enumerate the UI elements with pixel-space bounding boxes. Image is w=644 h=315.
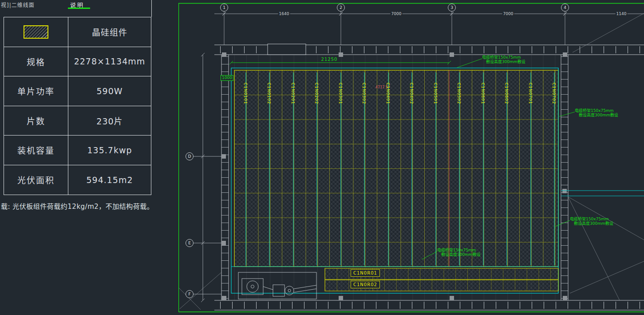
- spec-value-cell: 135.7kwp: [68, 136, 151, 165]
- spec-row: 晶硅组件: [4, 17, 151, 47]
- spec-row: 装机容量135.7kwp: [4, 136, 151, 165]
- spec-value-cell: 230片: [68, 106, 151, 136]
- cad-workspace: { "app": { "corner_label": "视]|二维线面", "t…: [0, 0, 644, 315]
- spec-label-cell: 光伏面积: [4, 165, 68, 195]
- left-wall: [221, 55, 229, 300]
- roof-opening: [268, 44, 306, 55]
- left-dimension-chain: [201, 53, 205, 302]
- exit-tray-lines: [561, 191, 644, 196]
- tab-underline: [68, 8, 90, 9]
- spec-label-cell: 单片功率: [4, 76, 68, 106]
- spec-row: 片数230片: [4, 106, 151, 136]
- axis-lines: [222, 12, 567, 45]
- spec-row: 光伏面积594.15m2: [4, 165, 151, 195]
- titleblock-border: [151, 0, 152, 17]
- spec-label-cell: 片数: [4, 106, 68, 136]
- spec-label-cell: 装机容量: [4, 136, 68, 165]
- spec-value-cell: 2278×1134mm: [68, 47, 151, 76]
- spec-row: 单片功率590W: [4, 76, 151, 106]
- view-mode-label: 视]|二维线面: [1, 1, 35, 8]
- cad-canvas[interactable]: [178, 0, 644, 315]
- spec-row: 规格2278×1134mm: [4, 47, 151, 77]
- pv-module-hatch-swatch: [24, 25, 48, 39]
- spec-value-cell: 晶硅组件: [68, 17, 151, 47]
- load-note: 载: 光伏板组件荷载约12kg/m2，不加结构荷载。: [1, 201, 154, 211]
- pv-spec-table: 晶硅组件规格2278×1134mm单片功率590W片数230片装机容量135.7…: [4, 17, 151, 195]
- spec-value-cell: 594.15m2: [68, 165, 151, 195]
- spec-label-cell: [4, 17, 68, 47]
- pv-field-grid: [234, 70, 558, 267]
- bottom-parapet-band: [214, 300, 644, 310]
- spec-value-cell: 590W: [68, 76, 151, 106]
- right-wall: [561, 55, 568, 300]
- spec-label-cell: 规格: [4, 47, 68, 76]
